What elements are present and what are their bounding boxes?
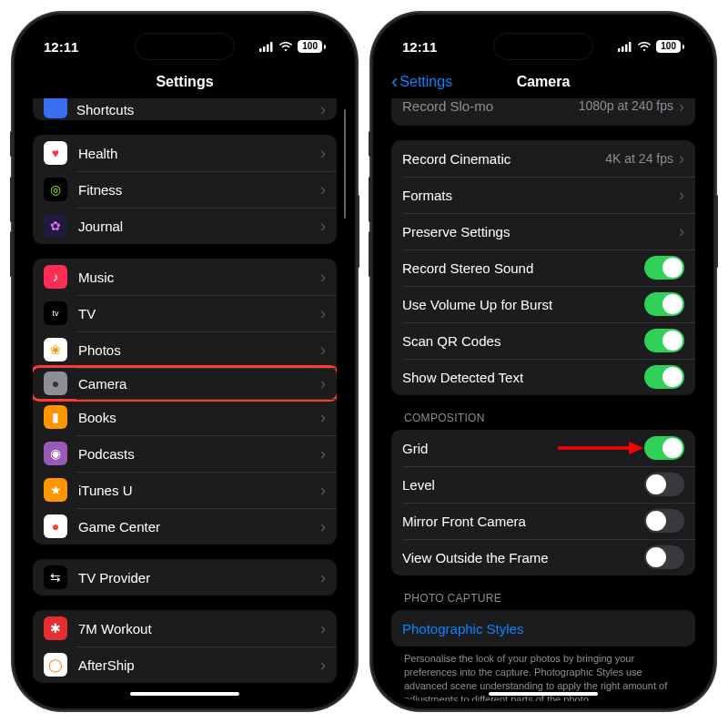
- settings-row-use-volume-up-for-burst[interactable]: Use Volume Up for Burst: [391, 286, 695, 322]
- chevron-right-icon: ›: [320, 269, 326, 285]
- toggle-grid[interactable]: [644, 436, 684, 460]
- svg-marker-9: [629, 442, 643, 454]
- chevron-right-icon: ›: [320, 181, 326, 198]
- back-button[interactable]: ‹ Settings: [391, 70, 452, 94]
- row-label: Podcasts: [78, 446, 320, 462]
- phone-left: 12:11 100 Settings Shortcuts › ♥Health›◎…: [13, 13, 357, 710]
- fitness-icon: ◎: [44, 178, 67, 201]
- row-label: Camera: [78, 376, 320, 392]
- toggle-level[interactable]: [644, 473, 684, 496]
- wifi-icon: [637, 39, 652, 55]
- row-label: iTunes U: [78, 483, 320, 498]
- phone-right: 12:11 100 ‹ Settings Camera Record Slo-m…: [371, 13, 715, 710]
- settings-row-books[interactable]: ▮Books›: [33, 399, 337, 435]
- chevron-right-icon: ›: [320, 101, 326, 117]
- svg-rect-1: [263, 46, 266, 52]
- itunes-u-icon: ★: [44, 478, 67, 502]
- chevron-right-icon: ›: [679, 223, 684, 239]
- settings-row-tv[interactable]: tvTV›: [33, 295, 337, 331]
- toggle-record-stereo-sound[interactable]: [644, 256, 684, 280]
- journal-icon: ✿: [44, 214, 67, 238]
- scrollbar[interactable]: [344, 109, 347, 219]
- settings-row-record-slomo[interactable]: Record Slo-mo 1080p at 240 fps ›: [391, 98, 695, 126]
- settings-row-tv-provider[interactable]: ⇆TV Provider›: [33, 559, 337, 596]
- row-label: Record Cinematic: [402, 151, 605, 167]
- settings-row-level[interactable]: Level: [391, 466, 695, 503]
- tv-provider-icon: ⇆: [44, 565, 67, 589]
- row-label: Record Stereo Sound: [402, 260, 644, 276]
- row-label: AfterShip: [78, 657, 320, 673]
- toggle-scan-qr-codes[interactable]: [644, 329, 684, 352]
- chevron-right-icon: ›: [320, 657, 326, 673]
- nav-header: Settings: [22, 66, 348, 98]
- settings-row-fitness[interactable]: ◎Fitness›: [33, 171, 337, 208]
- toggle-mirror-front-camera[interactable]: [644, 509, 684, 533]
- toggle-view-outside-the-frame[interactable]: [644, 545, 684, 569]
- row-label: Fitness: [78, 182, 320, 198]
- settings-row-photographic-styles[interactable]: Photographic Styles: [391, 610, 695, 647]
- 7m-workout-icon: ✱: [44, 616, 67, 640]
- settings-row-journal[interactable]: ✿Journal›: [33, 208, 337, 244]
- settings-row-scan-qr-codes[interactable]: Scan QR Codes: [391, 322, 695, 359]
- health-icon: ♥: [44, 141, 67, 165]
- chevron-right-icon: ›: [320, 482, 326, 498]
- settings-row-record-stereo-sound[interactable]: Record Stereo Sound: [391, 249, 695, 286]
- settings-row-mirror-front-camera[interactable]: Mirror Front Camera: [391, 503, 695, 539]
- settings-row-camera[interactable]: ●Camera›: [33, 365, 337, 402]
- svg-rect-2: [267, 44, 269, 52]
- signal-icon: [618, 39, 632, 55]
- row-label: Mirror Front Camera: [402, 514, 644, 529]
- game-center-icon: ●: [44, 514, 67, 538]
- chevron-right-icon: ›: [320, 569, 326, 586]
- settings-row-aftership[interactable]: ◯AfterShip›: [33, 647, 337, 683]
- row-label: Journal: [78, 219, 320, 234]
- home-indicator[interactable]: [130, 692, 239, 696]
- settings-row-health[interactable]: ♥Health›: [33, 135, 337, 171]
- row-label: Formats: [402, 188, 679, 203]
- signal-icon: [259, 39, 274, 55]
- row-label: Game Center: [78, 519, 320, 535]
- row-label: Scan QR Codes: [402, 333, 644, 349]
- tv-icon: tv: [44, 301, 67, 325]
- svg-rect-6: [625, 44, 628, 52]
- dynamic-island: [135, 33, 235, 60]
- settings-row-record-cinematic[interactable]: Record Cinematic4K at 24 fps›: [391, 140, 695, 177]
- music-icon: ♪: [44, 265, 67, 289]
- settings-row-grid[interactable]: Grid: [391, 430, 695, 466]
- settings-row-music[interactable]: ♪Music›: [33, 259, 337, 295]
- settings-row-photos[interactable]: ❀Photos›: [33, 331, 337, 368]
- section-header-composition: Composition: [391, 395, 695, 430]
- aftership-icon: ◯: [44, 653, 67, 677]
- row-label: View Outside the Frame: [402, 550, 644, 565]
- toggle-show-detected-text[interactable]: [644, 365, 684, 389]
- settings-row-itunes-u[interactable]: ★iTunes U›: [33, 472, 337, 508]
- row-label: TV: [78, 306, 320, 321]
- toggle-use-volume-up-for-burst[interactable]: [644, 292, 684, 316]
- settings-row-game-center[interactable]: ●Game Center›: [33, 508, 337, 545]
- settings-row-7m-workout[interactable]: ✱7M Workout›: [33, 610, 337, 647]
- chevron-right-icon: ›: [320, 445, 326, 462]
- settings-row-preserve-settings[interactable]: Preserve Settings›: [391, 213, 695, 249]
- podcasts-icon: ◉: [44, 442, 67, 465]
- home-indicator[interactable]: [489, 692, 598, 696]
- wifi-icon: [278, 39, 293, 55]
- page-title: Camera: [517, 74, 571, 90]
- page-title: Settings: [156, 74, 213, 90]
- nav-header: ‹ Settings Camera: [380, 66, 706, 98]
- row-label: 7M Workout: [78, 621, 320, 636]
- settings-row-shortcuts[interactable]: Shortcuts ›: [33, 98, 337, 120]
- row-label: Preserve Settings: [402, 224, 679, 239]
- row-label: Show Detected Text: [402, 370, 644, 385]
- svg-rect-5: [622, 46, 624, 52]
- chevron-right-icon: ›: [679, 98, 684, 115]
- settings-row-podcasts[interactable]: ◉Podcasts›: [33, 435, 337, 472]
- row-label: Books: [78, 410, 320, 425]
- row-value: 4K at 24 fps: [605, 151, 673, 166]
- settings-row-formats[interactable]: Formats›: [391, 177, 695, 213]
- books-icon: ▮: [44, 405, 67, 429]
- settings-row-show-detected-text[interactable]: Show Detected Text: [391, 359, 695, 395]
- svg-rect-4: [618, 48, 621, 52]
- chevron-left-icon: ‹: [391, 70, 398, 94]
- settings-row-view-outside-the-frame[interactable]: View Outside the Frame: [391, 539, 695, 575]
- status-time: 12:11: [44, 39, 78, 55]
